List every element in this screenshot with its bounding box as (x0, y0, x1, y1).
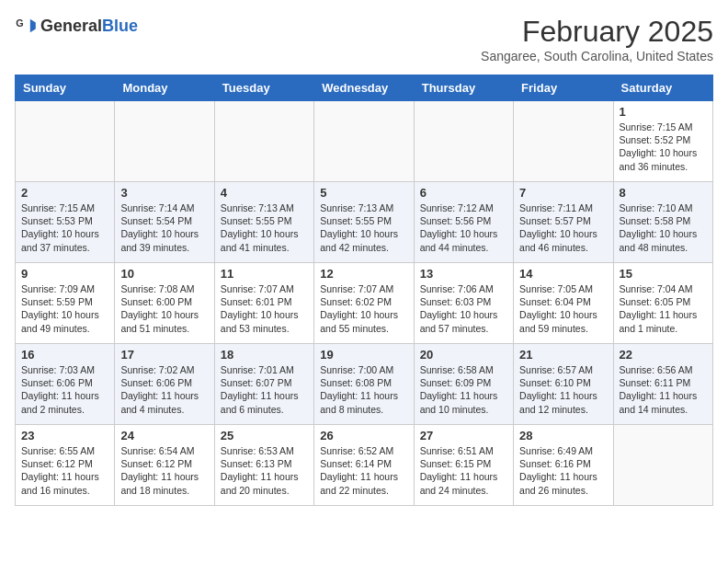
day-info: Sunrise: 7:03 AM Sunset: 6:06 PM Dayligh… (21, 363, 108, 416)
weekday-sunday: Sunday (16, 75, 115, 101)
logo-blue: Blue (102, 17, 138, 35)
day-info: Sunrise: 6:56 AM Sunset: 6:11 PM Dayligh… (620, 363, 707, 416)
day-cell: 12Sunrise: 7:07 AM Sunset: 6:02 PM Dayli… (314, 263, 414, 344)
day-cell (214, 101, 313, 182)
day-number: 1 (620, 105, 707, 119)
day-number: 11 (221, 267, 308, 281)
day-info: Sunrise: 7:05 AM Sunset: 6:04 PM Dayligh… (519, 282, 607, 335)
day-number: 13 (420, 267, 507, 281)
weekday-saturday: Saturday (613, 75, 712, 101)
weekday-thursday: Thursday (414, 75, 513, 101)
day-number: 14 (519, 267, 607, 281)
day-info: Sunrise: 7:07 AM Sunset: 6:02 PM Dayligh… (320, 282, 407, 335)
day-cell: 26Sunrise: 6:52 AM Sunset: 6:14 PM Dayli… (314, 425, 414, 506)
day-cell: 9Sunrise: 7:09 AM Sunset: 5:59 PM Daylig… (16, 263, 115, 344)
day-cell: 27Sunrise: 6:51 AM Sunset: 6:15 PM Dayli… (414, 425, 513, 506)
title-block: February 2025 Sangaree, South Carolina, … (481, 15, 713, 63)
day-cell (16, 101, 115, 182)
day-cell: 10Sunrise: 7:08 AM Sunset: 6:00 PM Dayli… (115, 263, 214, 344)
calendar-header: SundayMondayTuesdayWednesdayThursdayFrid… (16, 75, 713, 101)
day-cell (414, 101, 513, 182)
day-info: Sunrise: 7:12 AM Sunset: 5:56 PM Dayligh… (420, 201, 507, 254)
day-number: 28 (519, 429, 607, 442)
logo-general: General (40, 17, 102, 35)
day-cell: 28Sunrise: 6:49 AM Sunset: 6:16 PM Dayli… (514, 425, 613, 506)
day-cell (115, 101, 214, 182)
day-cell: 8Sunrise: 7:10 AM Sunset: 5:58 PM Daylig… (613, 182, 712, 263)
day-info: Sunrise: 7:04 AM Sunset: 6:05 PM Dayligh… (620, 282, 707, 335)
calendar-body: 1Sunrise: 7:15 AM Sunset: 5:52 PM Daylig… (16, 101, 713, 506)
weekday-monday: Monday (115, 75, 214, 101)
day-info: Sunrise: 7:13 AM Sunset: 5:55 PM Dayligh… (320, 201, 407, 254)
day-info: Sunrise: 6:52 AM Sunset: 6:14 PM Dayligh… (320, 444, 407, 497)
day-info: Sunrise: 7:07 AM Sunset: 6:01 PM Dayligh… (221, 282, 308, 335)
day-number: 18 (221, 348, 308, 362)
day-cell: 2Sunrise: 7:15 AM Sunset: 5:53 PM Daylig… (16, 182, 115, 263)
weekday-header-row: SundayMondayTuesdayWednesdayThursdayFrid… (16, 75, 713, 101)
month-year: February 2025 (481, 15, 713, 49)
day-number: 26 (320, 429, 407, 442)
day-cell: 19Sunrise: 7:00 AM Sunset: 6:08 PM Dayli… (314, 344, 414, 425)
day-cell: 6Sunrise: 7:12 AM Sunset: 5:56 PM Daylig… (414, 182, 513, 263)
logo-icon: G (15, 15, 37, 37)
day-cell (514, 101, 613, 182)
day-info: Sunrise: 7:02 AM Sunset: 6:06 PM Dayligh… (120, 363, 208, 416)
week-row-4: 16Sunrise: 7:03 AM Sunset: 6:06 PM Dayli… (16, 344, 713, 425)
day-number: 2 (21, 186, 108, 200)
day-number: 17 (120, 348, 208, 362)
day-info: Sunrise: 7:15 AM Sunset: 5:52 PM Dayligh… (620, 121, 707, 173)
day-number: 20 (420, 348, 507, 362)
day-info: Sunrise: 7:08 AM Sunset: 6:00 PM Dayligh… (120, 282, 208, 335)
day-info: Sunrise: 7:13 AM Sunset: 5:55 PM Dayligh… (221, 201, 308, 254)
day-number: 21 (519, 348, 607, 362)
weekday-friday: Friday (514, 75, 613, 101)
day-cell (613, 425, 712, 506)
day-info: Sunrise: 6:55 AM Sunset: 6:12 PM Dayligh… (21, 444, 108, 497)
week-row-1: 1Sunrise: 7:15 AM Sunset: 5:52 PM Daylig… (16, 101, 713, 182)
day-number: 12 (320, 267, 407, 281)
logo-wordmark: GeneralBlue (40, 17, 138, 36)
day-number: 10 (120, 267, 208, 281)
day-number: 6 (420, 186, 507, 200)
day-info: Sunrise: 6:49 AM Sunset: 6:16 PM Dayligh… (519, 444, 607, 497)
day-number: 25 (221, 429, 308, 442)
day-info: Sunrise: 7:15 AM Sunset: 5:53 PM Dayligh… (21, 201, 108, 254)
day-cell: 22Sunrise: 6:56 AM Sunset: 6:11 PM Dayli… (613, 344, 712, 425)
weekday-tuesday: Tuesday (214, 75, 313, 101)
day-number: 3 (120, 186, 208, 200)
day-number: 27 (420, 429, 507, 442)
day-cell: 17Sunrise: 7:02 AM Sunset: 6:06 PM Dayli… (115, 344, 214, 425)
day-cell: 20Sunrise: 6:58 AM Sunset: 6:09 PM Dayli… (414, 344, 513, 425)
day-cell: 3Sunrise: 7:14 AM Sunset: 5:54 PM Daylig… (115, 182, 214, 263)
day-info: Sunrise: 6:58 AM Sunset: 6:09 PM Dayligh… (420, 363, 507, 416)
day-number: 8 (620, 186, 707, 200)
day-number: 9 (21, 267, 108, 281)
day-cell: 5Sunrise: 7:13 AM Sunset: 5:55 PM Daylig… (314, 182, 414, 263)
day-cell: 18Sunrise: 7:01 AM Sunset: 6:07 PM Dayli… (214, 344, 313, 425)
week-row-2: 2Sunrise: 7:15 AM Sunset: 5:53 PM Daylig… (16, 182, 713, 263)
page-header: G GeneralBlue February 2025 Sangaree, So… (15, 15, 713, 63)
day-info: Sunrise: 7:14 AM Sunset: 5:54 PM Dayligh… (120, 201, 208, 254)
day-number: 7 (519, 186, 607, 200)
logo: G GeneralBlue (15, 15, 138, 37)
day-cell: 16Sunrise: 7:03 AM Sunset: 6:06 PM Dayli… (16, 344, 115, 425)
day-number: 19 (320, 348, 407, 362)
day-number: 15 (620, 267, 707, 281)
day-number: 24 (120, 429, 208, 442)
day-info: Sunrise: 6:53 AM Sunset: 6:13 PM Dayligh… (221, 444, 308, 497)
day-cell: 14Sunrise: 7:05 AM Sunset: 6:04 PM Dayli… (514, 263, 613, 344)
day-number: 4 (221, 186, 308, 200)
day-cell (314, 101, 414, 182)
day-cell: 23Sunrise: 6:55 AM Sunset: 6:12 PM Dayli… (16, 425, 115, 506)
day-info: Sunrise: 6:51 AM Sunset: 6:15 PM Dayligh… (420, 444, 507, 497)
day-number: 5 (320, 186, 407, 200)
day-info: Sunrise: 6:54 AM Sunset: 6:12 PM Dayligh… (120, 444, 208, 497)
week-row-5: 23Sunrise: 6:55 AM Sunset: 6:12 PM Dayli… (16, 425, 713, 506)
location: Sangaree, South Carolina, United States (481, 49, 713, 63)
day-cell: 25Sunrise: 6:53 AM Sunset: 6:13 PM Dayli… (214, 425, 313, 506)
day-number: 22 (620, 348, 707, 362)
day-info: Sunrise: 7:00 AM Sunset: 6:08 PM Dayligh… (320, 363, 407, 416)
week-row-3: 9Sunrise: 7:09 AM Sunset: 5:59 PM Daylig… (16, 263, 713, 344)
day-cell: 1Sunrise: 7:15 AM Sunset: 5:52 PM Daylig… (613, 101, 712, 182)
day-cell: 13Sunrise: 7:06 AM Sunset: 6:03 PM Dayli… (414, 263, 513, 344)
